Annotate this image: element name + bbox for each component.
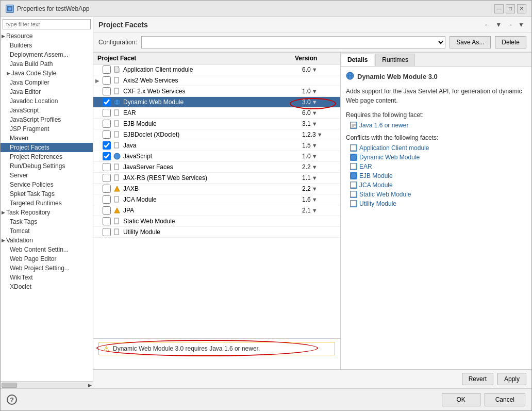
sidebar-item-web-project-settings[interactable]: Web Project Setting... (1, 264, 93, 273)
version-dropdown[interactable]: ▼ (312, 164, 318, 170)
scroll-thumb[interactable] (2, 383, 17, 388)
version-dropdown[interactable]: ▼ (312, 88, 318, 94)
facet-row-ejbdoclet[interactable]: EJBDoclet (XDoclet) 1.2.3 ▼ (93, 129, 340, 140)
sidebar-item-wikitext[interactable]: WikiText (1, 273, 93, 282)
sidebar-item-server[interactable]: Server (1, 171, 93, 180)
facet-row-app-client[interactable]: Application Client module 6.0 ▼ (93, 64, 340, 75)
facet-row-jpa[interactable]: JPA 2.1 ▼ (93, 205, 340, 216)
sidebar-item-targeted-runtimes[interactable]: Targeted Runtimes (1, 199, 93, 208)
version-dropdown[interactable]: ▼ (312, 186, 318, 192)
facet-checkbox-ejb[interactable] (103, 120, 111, 128)
cancel-button[interactable]: Cancel (485, 393, 525, 406)
sidebar-item-project-references[interactable]: Project References (1, 152, 93, 161)
sidebar-item-xdoclet[interactable]: XDoclet (1, 282, 93, 291)
close-button[interactable]: ✕ (517, 4, 526, 13)
facet-checkbox-utility[interactable] (103, 228, 111, 236)
facet-expand[interactable]: ▶ (95, 78, 103, 84)
sidebar-item-run-debug[interactable]: Run/Debug Settings (1, 161, 93, 171)
facet-row-dynamic-web[interactable]: Dynamic Web Module 3.0 ▼ (93, 97, 340, 108)
sidebar-item-web-page-editor[interactable]: Web Page Editor (1, 254, 93, 264)
help-button[interactable]: ? (7, 394, 17, 405)
sidebar-item-java-editor[interactable]: Java Editor (1, 87, 93, 96)
tab-details[interactable]: Details (341, 54, 374, 66)
nav-back-button[interactable]: ← (482, 20, 492, 29)
facet-checkbox-jaxb[interactable] (103, 185, 111, 193)
nav-forward-dropdown-button[interactable]: ▼ (516, 20, 526, 29)
apply-button[interactable]: Apply (497, 373, 526, 385)
sidebar-item-java-build-path[interactable]: Java Build Path (1, 59, 93, 69)
facet-checkbox-jca[interactable] (103, 195, 111, 204)
facet-checkbox-ejbdoclet[interactable] (103, 130, 111, 139)
sidebar-item-javadoc[interactable]: Javadoc Location (1, 96, 93, 106)
sidebar-item-builders[interactable]: Builders (1, 41, 93, 50)
facet-checkbox-jaxrs[interactable] (103, 174, 111, 182)
facet-checkbox-static-web[interactable] (103, 217, 111, 225)
facet-row-ejb[interactable]: EJB Module 3.1 ▼ (93, 119, 340, 129)
facet-row-jsf[interactable]: JavaServer Faces 2.2 ▼ (93, 162, 340, 173)
nav-dropdown-button[interactable]: ▼ (493, 20, 504, 29)
version-dropdown[interactable]: ▼ (312, 142, 318, 149)
facet-row-utility[interactable]: Utility Module (93, 227, 340, 238)
sidebar-scrollbar[interactable]: ▶ (1, 381, 93, 388)
facet-checkbox-jpa[interactable] (103, 206, 111, 215)
sidebar-item-task-tags[interactable]: Task Tags (1, 217, 93, 226)
facet-row-jaxb[interactable]: JAXB 2.2 ▼ (93, 184, 340, 194)
sidebar-item-service-policies[interactable]: Service Policies (1, 180, 93, 189)
maximize-button[interactable]: □ (506, 4, 515, 13)
sidebar-item-task-repository[interactable]: ▶ Task Repository (1, 208, 93, 217)
sidebar-item-tomcat[interactable]: Tomcat (1, 226, 93, 236)
tab-runtimes[interactable]: Runtimes (375, 54, 415, 66)
sidebar-item-java-compiler[interactable]: Java Compiler (1, 78, 93, 87)
facet-row-cxf[interactable]: CXF 2.x Web Services 1.0 ▼ (93, 86, 340, 97)
conflict-item-dynamic-web[interactable]: Dynamic Web Module (350, 154, 526, 161)
version-dropdown[interactable]: ▼ (312, 121, 318, 127)
ok-button[interactable]: OK (442, 393, 480, 406)
version-dropdown[interactable]: ▼ (312, 110, 318, 116)
sidebar-item-resource[interactable]: ▶ Resource (1, 31, 93, 41)
version-dropdown[interactable]: ▼ (312, 67, 318, 73)
facet-checkbox-java[interactable] (103, 141, 111, 150)
save-as-button[interactable]: Save As... (450, 36, 491, 48)
sidebar-item-project-facets[interactable]: Project Facets (1, 143, 93, 152)
version-dropdown[interactable]: ▼ (312, 99, 318, 105)
facet-row-javascript[interactable]: JavaScript 1.0 ▼ (93, 151, 340, 162)
conflict-item-app-client[interactable]: Application Client module (350, 144, 526, 152)
sidebar-item-spket-task-tags[interactable]: Spket Task Tags (1, 189, 93, 199)
scroll-right-arrow[interactable]: ▶ (88, 383, 92, 388)
conflict-item-ejb[interactable]: EJB Module (350, 172, 526, 179)
facet-checkbox-dynamic-web[interactable] (103, 98, 111, 106)
conflict-item-utility[interactable]: Utility Module (350, 200, 526, 207)
facet-checkbox-cxf[interactable] (103, 87, 111, 95)
facet-checkbox-ear[interactable] (103, 109, 111, 117)
version-dropdown[interactable]: ▼ (312, 207, 318, 213)
configuration-select[interactable] (141, 36, 446, 48)
sidebar-item-deployment[interactable]: Deployment Assem... (1, 50, 93, 59)
version-dropdown[interactable]: ▼ (312, 153, 318, 159)
facet-row-static-web[interactable]: Static Web Module (93, 216, 340, 227)
sidebar-item-maven[interactable]: Maven (1, 134, 93, 143)
facet-checkbox-jsf[interactable] (103, 163, 111, 171)
nav-forward-button[interactable]: → (505, 20, 515, 29)
sidebar-item-validation[interactable]: ▶ Validation (1, 236, 93, 245)
facet-row-java[interactable]: Java 1.5 ▼ (93, 140, 340, 151)
conflict-item-ear[interactable]: EAR (350, 163, 526, 170)
filter-input[interactable] (3, 19, 91, 29)
version-dropdown[interactable]: ▼ (312, 196, 318, 203)
revert-button[interactable]: Revert (462, 373, 493, 385)
version-dropdown[interactable]: ▼ (317, 131, 323, 138)
facet-row-jca[interactable]: JCA Module 1.6 ▼ (93, 194, 340, 205)
facet-row-ear[interactable]: EAR 6.0 ▼ (93, 108, 340, 119)
requires-item[interactable]: Java 1.6 or newer (350, 122, 526, 129)
sidebar-item-javascript[interactable]: JavaScript (1, 106, 93, 115)
facet-checkbox-axis2[interactable] (103, 76, 111, 85)
sidebar-item-java-code-style[interactable]: ▶ Java Code Style (1, 69, 93, 78)
minimize-button[interactable]: — (494, 4, 504, 13)
sidebar-item-jsp-fragment[interactable]: JSP Fragment (1, 124, 93, 134)
conflict-item-jca[interactable]: JCA Module (350, 182, 526, 189)
delete-button[interactable]: Delete (495, 36, 526, 48)
sidebar-item-web-content[interactable]: Web Content Settin... (1, 245, 93, 254)
facet-checkbox-app-client[interactable] (103, 65, 111, 74)
version-dropdown[interactable]: ▼ (312, 175, 318, 181)
facet-checkbox-javascript[interactable] (103, 152, 111, 160)
sidebar-item-javascript-profiles[interactable]: JavaScript Profiles (1, 115, 93, 124)
